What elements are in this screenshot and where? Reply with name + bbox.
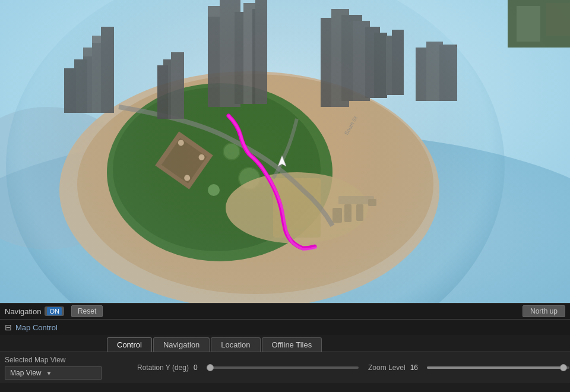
zoom-group: Zoom Level 16: [368, 363, 569, 372]
selected-map-view-label: Selected Map View: [5, 356, 102, 364]
map-control-panel: ⊟ Map Control Control Navigation Locatio…: [0, 319, 570, 392]
panel-collapse-icon[interactable]: ⊟: [5, 323, 12, 332]
map-view-dropdown[interactable]: Map View ▼: [5, 366, 102, 380]
svg-point-55: [6, 0, 505, 303]
tab-offline-tiles[interactable]: Offline Tiles: [262, 337, 322, 352]
reset-button[interactable]: Reset: [71, 305, 103, 317]
left-panel: Selected Map View Map View ▼: [5, 356, 109, 380]
tabs-row: Control Navigation Location Offline Tile…: [0, 335, 570, 352]
svg-rect-49: [517, 6, 540, 42]
rotation-label: Rotation Y (deg): [137, 363, 189, 372]
navigation-toggle[interactable]: ON: [45, 306, 64, 316]
chevron-down-icon: ▼: [46, 370, 52, 377]
bottom-toolbar: Navigation ON Reset North up: [0, 303, 570, 319]
map-view-value: Map View: [10, 369, 41, 377]
tab-control[interactable]: Control: [107, 337, 152, 352]
tab-location[interactable]: Location: [211, 337, 260, 352]
zoom-slider-thumb[interactable]: [560, 364, 567, 371]
rotation-group: Rotation Y (deg) 0: [137, 363, 359, 372]
north-up-button[interactable]: North up: [522, 305, 565, 317]
navigation-label: Navigation: [5, 307, 41, 316]
rotation-slider-thumb[interactable]: [207, 364, 214, 371]
panel-header: ⊟ Map Control: [0, 320, 570, 335]
zoom-slider-fill: [427, 366, 562, 369]
navigation-toggle-group: Navigation ON: [5, 306, 64, 316]
zoom-slider[interactable]: [427, 366, 569, 369]
map-viewport[interactable]: South St: [0, 0, 570, 303]
toggle-on-label: ON: [47, 307, 62, 315]
panel-title[interactable]: Map Control: [15, 323, 58, 332]
zoom-value: 16: [410, 363, 422, 372]
control-content: Selected Map View Map View ▼ Rotation Y …: [0, 352, 570, 383]
zoom-label: Zoom Level: [368, 363, 406, 372]
svg-rect-50: [546, 3, 570, 36]
rotation-slider[interactable]: [210, 366, 359, 369]
tab-navigation[interactable]: Navigation: [153, 337, 210, 352]
rotation-value: 0: [194, 363, 205, 372]
